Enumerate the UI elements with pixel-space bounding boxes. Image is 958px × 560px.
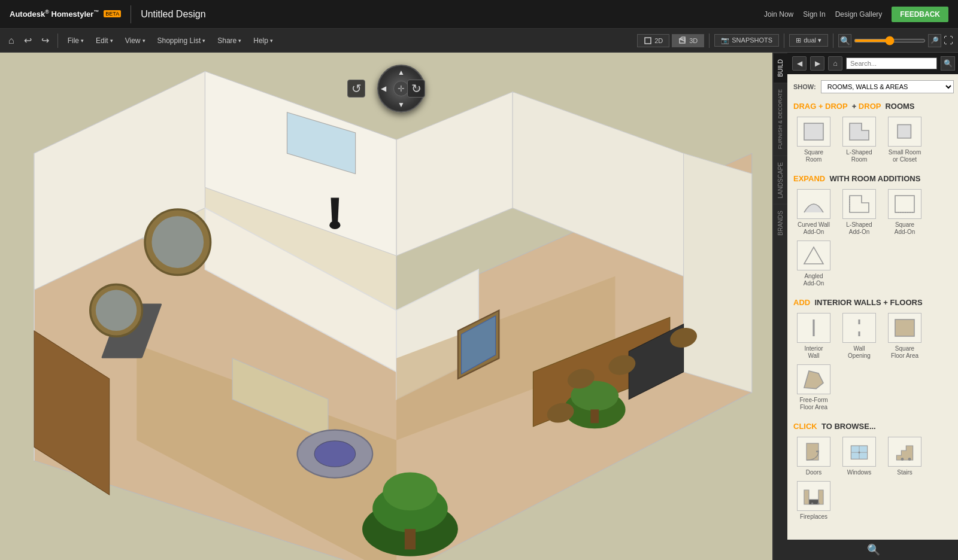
tab-furnish[interactable]: FURNISH & DECORATE xyxy=(774,83,787,155)
browse-grid: Doors Windows xyxy=(793,437,954,521)
zoom-controls: 🔍 🔎 xyxy=(838,34,941,47)
panel-back-button[interactable]: ◀ xyxy=(792,56,807,71)
wall-opening-item[interactable]: WallOpening xyxy=(839,313,880,360)
fireplaces-label: Fireplaces xyxy=(800,513,827,521)
interior-wall-label: InteriorWall xyxy=(804,345,823,360)
2d-view-button[interactable]: 2D xyxy=(637,34,669,47)
fullscreen-button[interactable]: ⛶ xyxy=(944,35,953,46)
l-shaped-addon-label: L-ShapedAdd-On xyxy=(846,221,872,236)
svg-point-68 xyxy=(817,503,819,504)
tab-landscape[interactable]: LANDSCAPE xyxy=(774,156,787,205)
canvas-area[interactable]: ↺ ▲ ▼ ◀ ▶ ✛ ↻ xyxy=(0,53,772,560)
right-panel-inner: SHOW: ROOMS, WALLS & AREAS FLOORS WALLS … xyxy=(787,74,958,540)
zoom-slider[interactable] xyxy=(854,39,926,42)
rotate-right-button[interactable]: ↻ xyxy=(407,80,425,98)
magnifier-button[interactable]: 🔍 xyxy=(867,543,880,556)
stairs-icon xyxy=(888,437,921,467)
l-shaped-room-item[interactable]: L-ShapedRoom xyxy=(839,117,880,163)
stairs-item[interactable]: Stairs xyxy=(884,437,925,476)
top-right-links: Join Now Sign In Design Gallery FEEDBACK xyxy=(764,7,948,22)
show-select[interactable]: ROOMS, WALLS & AREAS FLOORS WALLS ONLY A… xyxy=(821,80,954,93)
drag-drop-rooms-grid: SquareRoom L-ShapedRoom Sm xyxy=(793,117,954,163)
panel-search-input[interactable] xyxy=(846,57,937,69)
browse-header: CLICK TO BROWSE... xyxy=(793,422,954,431)
wall-opening-label: WallOpening xyxy=(848,345,871,360)
panel-home-button[interactable]: ⌂ xyxy=(828,56,842,71)
navigation-controls: ↺ ▲ ▼ ◀ ▶ ✛ ↻ xyxy=(347,65,425,112)
sign-in-link[interactable]: Sign In xyxy=(803,10,825,19)
help-menu[interactable]: Help ▾ xyxy=(248,34,278,47)
square-room-item[interactable]: SquareRoom xyxy=(793,117,834,163)
shopping-list-menu[interactable]: Shopping List ▾ xyxy=(153,34,211,47)
share-menu[interactable]: Share ▾ xyxy=(213,34,246,47)
edit-menu[interactable]: Edit ▾ xyxy=(91,34,118,47)
panel-search-button[interactable]: 🔍 xyxy=(941,56,955,71)
join-now-link[interactable]: Join Now xyxy=(764,10,793,19)
svg-rect-27 xyxy=(405,529,416,549)
angled-addon-label: AngledAdd-On xyxy=(804,273,824,287)
file-menu[interactable]: File ▾ xyxy=(63,34,89,47)
freeform-floor-item[interactable]: Free-FormFloor Area xyxy=(793,364,834,411)
svg-point-64 xyxy=(908,458,911,461)
toolbar-separator xyxy=(57,34,58,48)
right-panel: BUILD FURNISH & DECORATE LANDSCAPE BRAND… xyxy=(772,53,958,560)
square-floor-item[interactable]: SquareFloor Area xyxy=(884,313,925,360)
windows-item[interactable]: Windows xyxy=(839,437,880,476)
nav-left-button[interactable]: ◀ xyxy=(381,84,386,93)
rotate-left-button[interactable]: ↺ xyxy=(347,80,365,98)
svg-marker-46 xyxy=(850,196,869,212)
tab-brands[interactable]: BRANDS xyxy=(774,204,787,242)
toolbar-separator-2 xyxy=(709,34,710,48)
svg-marker-44 xyxy=(850,123,869,140)
dual-button[interactable]: ⊞dual ▾ xyxy=(789,34,828,47)
feedback-button[interactable]: FEEDBACK xyxy=(892,7,948,22)
view-menu[interactable]: View ▾ xyxy=(120,34,150,47)
svg-marker-11 xyxy=(684,153,752,392)
windows-icon xyxy=(842,437,876,467)
svg-point-63 xyxy=(901,458,904,461)
small-room-item[interactable]: Small Roomor Closet xyxy=(884,117,925,163)
logo-text: Autodesk® Homestyler™ xyxy=(10,9,99,19)
design-title: Untitled Design xyxy=(141,9,206,20)
design-gallery-link[interactable]: Design Gallery xyxy=(835,10,883,19)
logo-divider xyxy=(131,5,131,23)
angled-addon-item[interactable]: AngledAdd-On xyxy=(793,241,834,287)
redo-button[interactable]: ↪ xyxy=(38,32,53,48)
show-label: SHOW: xyxy=(793,83,816,90)
doors-icon xyxy=(797,437,830,467)
main-area: ↺ ▲ ▼ ◀ ▶ ✛ ↻ BUILD FURNISH & DECORATE L… xyxy=(0,53,958,560)
toolbar-separator-3 xyxy=(784,34,784,48)
tab-build[interactable]: BUILD xyxy=(774,53,787,83)
svg-rect-0 xyxy=(645,38,651,44)
zoom-out-button[interactable]: 🔍 xyxy=(838,34,851,47)
svg-rect-66 xyxy=(809,500,818,504)
l-shaped-room-icon xyxy=(842,117,876,147)
square-floor-icon xyxy=(888,313,921,343)
right-panel-top: ◀ ▶ ⌂ 🔍 xyxy=(787,53,958,74)
square-addon-item[interactable]: SquareAdd-On xyxy=(884,189,925,236)
3d-view-button[interactable]: 3D xyxy=(672,34,704,47)
curved-wall-item[interactable]: Curved WallAdd-On xyxy=(793,189,834,236)
doors-label: Doors xyxy=(806,469,822,476)
undo-button[interactable]: ↩ xyxy=(20,32,35,48)
svg-rect-54 xyxy=(895,319,914,336)
interior-wall-item[interactable]: InteriorWall xyxy=(793,313,834,360)
square-addon-label: SquareAdd-On xyxy=(895,221,915,236)
small-room-label: Small Roomor Closet xyxy=(889,149,921,163)
zoom-in-button[interactable]: 🔎 xyxy=(928,34,941,47)
l-shaped-addon-item[interactable]: L-ShapedAdd-On xyxy=(839,189,880,236)
doors-item[interactable]: Doors xyxy=(793,437,834,476)
svg-marker-50 xyxy=(804,247,823,264)
nav-down-button[interactable]: ▼ xyxy=(398,101,405,109)
nav-up-button[interactable]: ▲ xyxy=(398,68,405,77)
svg-rect-30 xyxy=(590,409,599,423)
home-button[interactable]: ⌂ xyxy=(5,33,18,48)
svg-point-67 xyxy=(811,503,813,504)
curved-wall-label: Curved WallAdd-On xyxy=(798,221,830,236)
svg-marker-62 xyxy=(896,446,912,460)
top-bar: Autodesk® Homestyler™ BETA Untitled Desi… xyxy=(0,0,958,29)
square-addon-icon xyxy=(888,189,921,219)
panel-forward-button[interactable]: ▶ xyxy=(810,56,824,71)
snapshots-button[interactable]: 📷SNAPSHOTS xyxy=(714,34,779,47)
fireplaces-item[interactable]: Fireplaces xyxy=(793,481,834,521)
